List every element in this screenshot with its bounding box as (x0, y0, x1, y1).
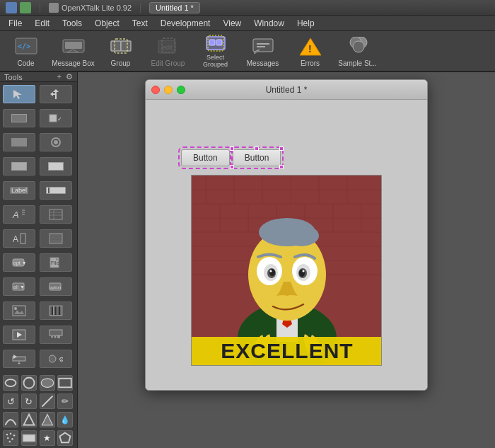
svg-text:!: ! (308, 43, 312, 54)
tool-select-arrow[interactable] (3, 85, 35, 103)
tool-barcode[interactable] (40, 301, 72, 320)
radio-icon (51, 137, 61, 147)
tool-option2[interactable]: option (40, 277, 72, 296)
cursor-icon (48, 188, 50, 193)
toolbar-messages-button[interactable]: Messages (240, 33, 286, 69)
input-icon (46, 187, 66, 194)
window-close-button[interactable] (151, 86, 160, 94)
tool-move-arrow[interactable] (40, 85, 72, 103)
canvas-window: Untitled 1 * Button Button (145, 79, 428, 391)
svg-rect-33 (50, 209, 62, 219)
svg-text:File: File (51, 260, 59, 265)
menu-view[interactable]: View (217, 17, 247, 30)
canvas-area: Untitled 1 * Button Button (78, 72, 495, 448)
menu-help[interactable]: Help (291, 17, 320, 30)
rect-fill-icon (11, 114, 27, 122)
draw-line-diag[interactable] (40, 394, 55, 409)
handle-tc (255, 147, 259, 151)
tool-anim2[interactable]: ⚙ (40, 350, 72, 368)
draw-eraser[interactable] (21, 430, 37, 446)
tool-rect-light[interactable] (3, 157, 35, 176)
menu-window[interactable]: Window (248, 17, 290, 30)
tool-text-a[interactable]: A (3, 205, 35, 224)
svg-text:all ▼: all ▼ (13, 285, 25, 289)
tools-grid-row6: A (0, 202, 77, 226)
draw-star[interactable]: ★ (40, 430, 55, 446)
menu-development[interactable]: Development (155, 17, 216, 30)
tools-grid-row10 (0, 299, 77, 323)
toolbar-messagebox-button[interactable]: Message Box (50, 33, 96, 69)
svg-text:A: A (12, 209, 19, 220)
svg-text:✓: ✓ (57, 116, 62, 122)
menu-text[interactable]: Text (127, 17, 153, 30)
active-tab[interactable]: Untitled 1 * (149, 2, 200, 13)
tool-label[interactable]: Label (3, 181, 35, 200)
tool-player2[interactable] (40, 326, 72, 344)
tool-text-grid[interactable] (40, 205, 72, 224)
tool-file-btn[interactable]: File (40, 253, 72, 272)
window-content: Button Button (146, 100, 427, 390)
tools-add-icon[interactable]: + (57, 72, 62, 81)
samplestacks-label: Sample St... (338, 59, 376, 67)
draw-polygon[interactable] (57, 430, 73, 446)
title-bar-separator (40, 3, 40, 13)
window-min-button[interactable] (164, 86, 173, 94)
toolbar-selectgrouped-button[interactable]: Select Grouped (192, 33, 238, 69)
toolbar-code-button[interactable]: </> Code (3, 33, 49, 69)
window-max-button[interactable] (177, 86, 185, 94)
draw-fill[interactable] (40, 412, 55, 427)
toolbar-samplestacks-button[interactable]: Sample St... (334, 33, 380, 69)
menu-edit[interactable]: Edit (29, 17, 55, 30)
toolbar-group-button[interactable]: Group (98, 33, 144, 69)
svg-point-75 (6, 379, 16, 386)
tool-player[interactable] (3, 326, 35, 344)
draw-tools-1 (0, 374, 77, 392)
tool-input[interactable] (40, 181, 72, 200)
toolbar-errors-button[interactable]: ! Errors (287, 33, 333, 69)
tool-anim[interactable] (3, 350, 35, 368)
canvas-button-2[interactable]: Button (233, 149, 281, 166)
svg-point-129 (303, 270, 305, 272)
draw-spray[interactable] (3, 430, 18, 446)
tool-rect-white[interactable] (40, 157, 72, 176)
tool-image[interactable] (3, 301, 35, 320)
tools-grid-row1 (0, 82, 77, 106)
tools-grid-row9: all ▼ option (0, 275, 77, 299)
tool-rect-gray[interactable] (3, 133, 35, 151)
draw-curve[interactable] (3, 412, 18, 427)
tools-grid-row3 (0, 130, 77, 154)
draw-dropper[interactable]: 💧 (57, 412, 73, 427)
rect-light-icon (11, 162, 27, 171)
svg-rect-12 (209, 40, 215, 45)
tool-text-grid2[interactable] (40, 229, 72, 248)
draw-circle[interactable] (21, 375, 37, 391)
draw-oval[interactable] (3, 375, 18, 391)
tools-panel: Tools + ⚙ ✓ (0, 72, 78, 448)
svg-point-73 (49, 355, 56, 362)
svg-rect-38 (21, 234, 25, 243)
canvas-button-1[interactable]: Button (181, 149, 230, 166)
tool-text-a2[interactable]: A (3, 229, 35, 248)
tool-radio[interactable] (40, 133, 72, 151)
tool-rect-filled[interactable] (3, 109, 35, 127)
tools-gear-icon[interactable]: ⚙ (66, 72, 73, 81)
menu-object[interactable]: Object (89, 17, 125, 30)
os-icon (6, 2, 17, 13)
draw-rect[interactable] (57, 375, 73, 391)
tool-checkbox[interactable]: ✓ (40, 109, 72, 127)
draw-ellipse[interactable] (40, 375, 55, 391)
menu-tools[interactable]: Tools (57, 17, 88, 30)
draw-pencil[interactable]: ✏ (57, 394, 73, 409)
draw-rotate-right[interactable]: ↻ (21, 394, 37, 409)
tool-option-btn[interactable]: opt ▼ (3, 253, 35, 272)
draw-tools-4: ★ (0, 429, 77, 447)
svg-text:⚙: ⚙ (59, 356, 63, 363)
menu-file[interactable]: File (3, 17, 28, 30)
svg-marker-24 (13, 90, 22, 99)
draw-paint[interactable] (21, 412, 37, 427)
svg-text:A: A (13, 234, 18, 244)
app-name-area: OpenXTalk Lite 0.92 (49, 3, 132, 13)
main-area: Tools + ⚙ ✓ (0, 72, 495, 448)
tool-all-option[interactable]: all ▼ (3, 277, 35, 296)
draw-rotate-left[interactable]: ↺ (3, 394, 18, 409)
